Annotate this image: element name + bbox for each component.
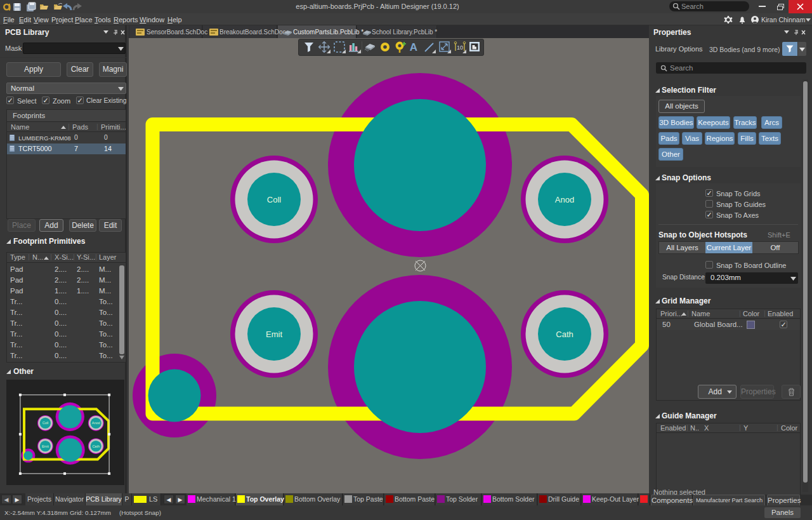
svg-text:Cath: Cath (556, 330, 573, 339)
svg-text:Anod: Anod (92, 421, 100, 425)
svg-text:A: A (410, 41, 417, 53)
svg-text:Anod: Anod (555, 195, 574, 204)
svg-text:Emit: Emit (266, 330, 282, 339)
svg-text:Kiran Chinnam: Kiran Chinnam (761, 16, 806, 23)
svg-text:10: 10 (457, 44, 463, 51)
svg-text:Coll: Coll (267, 195, 282, 204)
svg-text:Emit: Emit (42, 444, 49, 448)
svg-text:Coll: Coll (43, 421, 48, 425)
svg-text:Cath: Cath (92, 444, 100, 448)
